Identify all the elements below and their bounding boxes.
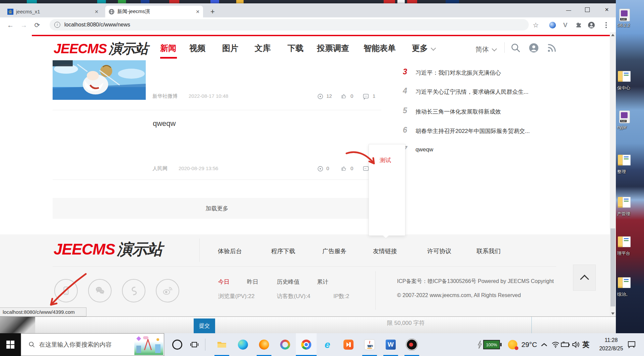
desktop-icon-folder[interactable]: 整理: [617, 155, 643, 175]
nav-item-more[interactable]: 更多: [412, 43, 434, 54]
footer-link-ads[interactable]: 广告服务: [322, 247, 346, 255]
cortana-icon[interactable]: [169, 333, 185, 356]
tab-close-icon[interactable]: ✕: [196, 9, 200, 14]
forward-button[interactable]: →: [19, 20, 29, 30]
window-maximize-button[interactable]: [580, 3, 595, 16]
news-source[interactable]: 人民网: [152, 165, 168, 172]
bookmark-star-icon[interactable]: ☆: [531, 20, 541, 30]
battery-status[interactable]: 100%: [477, 333, 502, 356]
load-more-button[interactable]: 加载更多: [53, 198, 381, 219]
desktop-icon-rar[interactable]: RAR nyjar: [617, 111, 643, 130]
wifi-icon[interactable]: [552, 333, 560, 356]
rss-icon[interactable]: [547, 43, 557, 54]
extension-v-icon[interactable]: V: [560, 20, 570, 30]
taskbar-navicat-icon[interactable]: [275, 333, 296, 356]
ranking-item[interactable]: 习近平关心辽宁汛情，要求确保人民群众生...: [415, 88, 528, 96]
tray-expand-chevron[interactable]: [541, 333, 548, 356]
action-center-icon[interactable]: [627, 333, 636, 356]
news-source[interactable]: 新华社微博: [152, 93, 178, 99]
taskbar-word-icon[interactable]: W: [380, 333, 401, 356]
taskbar-clock[interactable]: 11:28 2022/8/25: [598, 336, 624, 353]
ranking-item[interactable]: 习近平：我们对东北振兴充满信心: [415, 69, 501, 77]
footer-link-backend[interactable]: 体验后台: [218, 247, 242, 255]
ranking-item[interactable]: qweqw: [415, 146, 433, 153]
popup-link-test[interactable]: 测试: [380, 156, 391, 164]
page-info-icon[interactable]: i: [54, 22, 60, 28]
browser-scrollbar[interactable]: [610, 32, 616, 316]
ime-indicator[interactable]: 英: [582, 333, 589, 356]
wechat-icon[interactable]: [88, 279, 112, 302]
news-title[interactable]: qweqw: [153, 119, 176, 128]
back-button[interactable]: ←: [5, 20, 15, 30]
rar-archive-icon: RAR: [619, 9, 630, 21]
taskbar-search-box[interactable]: 在这里输入你要搜索的内容: [21, 333, 164, 356]
weather-temperature[interactable]: 29°C: [521, 333, 537, 356]
url-text[interactable]: localhost:8080/c/www/news: [64, 22, 130, 28]
submit-button[interactable]: 提交: [194, 318, 215, 334]
desktop-icon-rar[interactable]: RAR S6.2.2: [617, 9, 643, 28]
footer-link-license[interactable]: 许可协议: [427, 247, 451, 255]
new-tab-button[interactable]: +: [207, 6, 217, 17]
scroll-down-arrow[interactable]: [611, 312, 615, 315]
scrollbar-thumb[interactable]: [610, 228, 615, 306]
ranking-item[interactable]: 胡春华主持召开2022年中国国际服务贸易交...: [415, 127, 530, 135]
weibo-icon[interactable]: [156, 279, 179, 302]
nav-item-pictures[interactable]: 图片: [222, 43, 238, 54]
taskbar-screen-recorder-icon[interactable]: [401, 333, 422, 356]
window-close-button[interactable]: ✕: [599, 3, 615, 16]
nav-item-video[interactable]: 视频: [189, 43, 205, 54]
back-to-top-button[interactable]: [573, 265, 596, 291]
start-button[interactable]: [0, 333, 21, 356]
extension-blue-icon[interactable]: [548, 20, 558, 30]
weather-tray-icon[interactable]: [508, 333, 517, 356]
taskbar-media-player-icon[interactable]: [338, 333, 359, 356]
footer-link-contact[interactable]: 联系我们: [476, 247, 501, 255]
task-view-icon[interactable]: [186, 333, 202, 356]
reload-button[interactable]: ⟳: [32, 20, 42, 30]
stats-tab-today[interactable]: 今日: [218, 278, 230, 286]
battery-tray-icon[interactable]: [561, 333, 570, 356]
stats-tab-total[interactable]: 累计: [317, 278, 328, 286]
desktop-icon-folder[interactable]: 保中心: [617, 71, 643, 91]
desktop-icon-folder[interactable]: 理平台: [617, 236, 643, 257]
tab-close-icon[interactable]: ✕: [94, 9, 99, 14]
browser-tab-news-active[interactable]: 新闻-jeecms演 ✕: [105, 6, 203, 17]
nav-item-news[interactable]: 新闻: [160, 43, 176, 54]
language-selector[interactable]: 简体: [475, 45, 495, 54]
nav-item-library[interactable]: 文库: [255, 43, 271, 54]
user-account-icon[interactable]: [529, 43, 539, 54]
nav-item-vote[interactable]: 投票调查: [317, 43, 349, 54]
extensions-puzzle-icon[interactable]: [574, 20, 584, 30]
taskbar-internet-explorer-icon[interactable]: e: [317, 333, 338, 356]
share-link-icon[interactable]: [122, 279, 145, 302]
nav-item-forms[interactable]: 智能表单: [364, 43, 396, 54]
taskbar-edge-icon[interactable]: [233, 333, 253, 356]
footer-link-friendlinks[interactable]: 友情链接: [373, 247, 397, 255]
taskbar-java-icon[interactable]: [359, 333, 380, 356]
comment-icon[interactable]: [363, 165, 369, 172]
nav-item-download[interactable]: 下载: [287, 43, 304, 54]
site-logo[interactable]: JEECMS演示站: [54, 40, 148, 58]
taskbar-chrome-icon-active[interactable]: [296, 333, 317, 356]
window-minimize-button[interactable]: —: [561, 3, 576, 16]
news-thumbnail-image[interactable]: [53, 60, 146, 100]
taskbar-file-explorer-icon[interactable]: [211, 333, 232, 356]
scroll-up-arrow[interactable]: [611, 34, 615, 36]
comment-icon[interactable]: [363, 93, 369, 100]
ranking-item[interactable]: 推动长三角一体化发展取得新成效: [415, 108, 501, 116]
stats-tab-yesterday[interactable]: 昨日: [247, 278, 258, 286]
browser-menu-icon[interactable]: [601, 20, 611, 30]
desktop-icon-folder[interactable]: 综治。: [617, 277, 643, 297]
taskbar-firefox-icon[interactable]: [254, 333, 274, 356]
footer-link-download[interactable]: 程序下载: [271, 247, 295, 255]
browser-tab-jeecms-x1[interactable]: 金 jeecms_x1 ✕: [4, 6, 102, 17]
mobile-icon[interactable]: [54, 279, 78, 302]
desktop-icon-folder[interactable]: 产管理: [617, 197, 643, 217]
volume-icon[interactable]: [572, 333, 580, 356]
search-icon[interactable]: [511, 43, 521, 54]
address-bar[interactable]: i localhost:8080/c/www/news: [50, 19, 529, 30]
like-icon[interactable]: [340, 93, 347, 99]
like-icon[interactable]: [340, 165, 347, 172]
stats-tab-peak[interactable]: 历史峰值: [277, 278, 300, 286]
profile-avatar-icon[interactable]: [586, 20, 596, 30]
